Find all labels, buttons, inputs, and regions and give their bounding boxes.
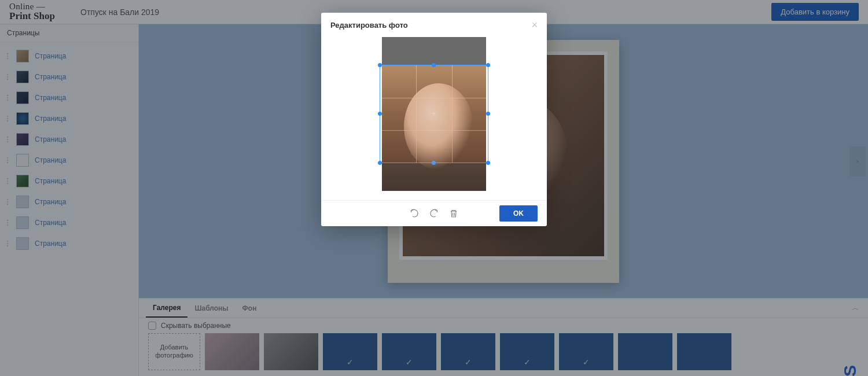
crop-grid-line bbox=[380, 98, 488, 98]
trash-icon bbox=[449, 209, 458, 218]
crop-rectangle[interactable]: + bbox=[380, 65, 488, 163]
crop-handle[interactable] bbox=[432, 161, 436, 165]
crop-mask-bottom bbox=[382, 163, 486, 191]
delete-button[interactable] bbox=[448, 208, 459, 219]
close-icon: × bbox=[531, 19, 538, 31]
modal-title: Редактировать фото bbox=[330, 21, 408, 30]
ok-button[interactable]: OK bbox=[499, 205, 538, 222]
crop-grid-line bbox=[416, 65, 417, 163]
rotate-right-icon bbox=[429, 209, 439, 218]
crop-grid-line bbox=[380, 130, 488, 131]
crop-handle[interactable] bbox=[486, 161, 490, 165]
crop-handle[interactable] bbox=[378, 112, 382, 116]
close-button[interactable]: × bbox=[531, 20, 538, 30]
rotate-left-button[interactable] bbox=[409, 208, 420, 219]
rotate-right-button[interactable] bbox=[428, 208, 440, 219]
edit-photo-modal: Редактировать фото × + bbox=[321, 13, 547, 226]
rotate-left-icon bbox=[410, 209, 419, 218]
crop-handle[interactable] bbox=[486, 112, 490, 116]
crop-stage[interactable]: + bbox=[382, 37, 486, 191]
modal-overlay[interactable]: Редактировать фото × + bbox=[0, 0, 868, 376]
crop-center-icon: + bbox=[432, 110, 436, 118]
crop-mask-top bbox=[382, 37, 486, 65]
crop-handle[interactable] bbox=[378, 63, 382, 67]
crop-handle[interactable] bbox=[432, 63, 436, 67]
crop-handle[interactable] bbox=[486, 63, 490, 67]
crop-grid-line bbox=[452, 65, 453, 163]
crop-handle[interactable] bbox=[378, 161, 382, 165]
